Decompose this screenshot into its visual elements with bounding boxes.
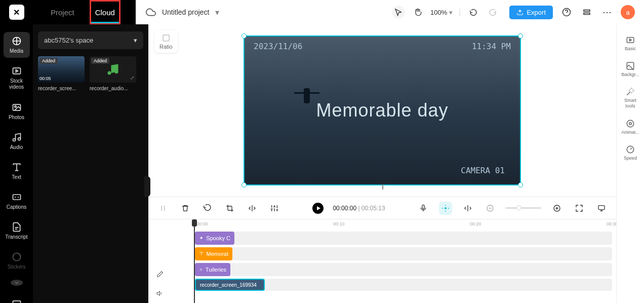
clip-memorable[interactable]: Memorat — [195, 247, 232, 260]
clip-tuileries[interactable]: Tuileries — [195, 263, 230, 276]
ruler-mark: 00:30 — [607, 221, 616, 226]
ruler-mark: 00:00 — [196, 221, 208, 226]
svg-point-16 — [445, 207, 447, 209]
ruler-mark: 00:10 — [333, 221, 345, 226]
music-icon — [106, 62, 120, 77]
export-button[interactable]: Export — [509, 6, 553, 19]
track-row[interactable]: Memorat — [195, 247, 612, 260]
play-button[interactable] — [312, 203, 324, 214]
video-preview[interactable]: 2023/11/06 11:34 PM Memorable day CAMERA… — [244, 35, 521, 185]
pointer-tool-icon[interactable] — [392, 6, 405, 19]
resize-handle[interactable] — [242, 182, 247, 187]
user-avatar[interactable]: a — [621, 5, 635, 19]
clip-spooky[interactable]: Spooky C — [195, 232, 234, 245]
right-background[interactable]: Backgr... — [619, 57, 641, 81]
tab-project[interactable]: Project — [51, 0, 74, 24]
expand-icon[interactable]: ⤢ — [130, 75, 134, 81]
rail-keyboard[interactable] — [4, 294, 30, 303]
rail-captions[interactable]: Captions — [4, 188, 30, 214]
media-item-video[interactable]: Added 00:05 recorder_scree... — [38, 56, 85, 91]
mirror-icon[interactable] — [246, 202, 259, 215]
fullscreen-icon[interactable] — [573, 202, 586, 215]
rail-stock-videos[interactable]: Stock videos — [4, 62, 30, 94]
media-name: recorder_scree... — [38, 86, 85, 91]
more-icon[interactable]: ⋯ — [600, 6, 614, 19]
zoom-level[interactable]: 100% ▾ — [430, 9, 453, 16]
rail-stickers[interactable]: Stickers — [4, 248, 30, 274]
preview-playhead — [382, 184, 383, 190]
added-badge: Added — [91, 58, 109, 64]
duration-label: 00:05 — [39, 76, 51, 81]
resize-handle[interactable] — [518, 182, 523, 187]
mic-icon[interactable] — [417, 202, 430, 215]
adjust-icon[interactable] — [268, 202, 281, 215]
resize-handle[interactable] — [518, 33, 523, 39]
chevron-down-icon: ▾ — [134, 36, 137, 44]
svg-rect-9 — [13, 195, 20, 200]
svg-rect-1 — [584, 10, 590, 12]
track-row[interactable]: Tuileries — [195, 263, 612, 276]
project-dropdown-icon[interactable]: ▾ — [215, 8, 219, 17]
space-dropdown[interactable]: abc5752's space ▾ — [38, 31, 143, 49]
svg-point-6 — [14, 106, 16, 107]
tab-cloud[interactable]: Cloud — [90, 0, 120, 24]
svg-point-12 — [108, 71, 111, 75]
rotate-icon[interactable] — [201, 202, 214, 215]
svg-point-24 — [629, 122, 632, 125]
clip-video[interactable]: recorder_screen_169934 — [195, 279, 265, 291]
media-item-audio[interactable]: Added ⤢ recorder_audio... — [90, 56, 136, 91]
zoom-out-icon[interactable] — [484, 202, 497, 215]
svg-point-8 — [18, 138, 20, 140]
rail-media[interactable]: Media — [4, 32, 30, 58]
track-row[interactable]: Spooky C — [195, 232, 612, 245]
rail-collapse-icon[interactable] — [11, 280, 23, 286]
right-animation[interactable]: Animat... — [619, 115, 641, 139]
rail-photos[interactable]: Photos — [4, 98, 30, 124]
rail-transcript[interactable]: Transcript — [4, 218, 30, 244]
cloud-icon — [146, 7, 156, 17]
project-title[interactable]: Untitled project — [162, 8, 209, 16]
timeline[interactable]: 00:00 00:10 00:20 00:30 Spooky C Memorat… — [148, 219, 616, 303]
rail-text[interactable]: Text — [4, 158, 30, 184]
crop-icon[interactable] — [223, 202, 236, 215]
svg-point-20 — [200, 269, 202, 271]
hand-tool-icon[interactable] — [411, 6, 424, 19]
svg-rect-15 — [422, 205, 424, 209]
preview-silhouette — [294, 88, 319, 124]
ruler-mark: 00:20 — [470, 221, 481, 226]
media-name: recorder_audio... — [90, 86, 136, 91]
split-icon[interactable] — [156, 202, 170, 215]
ratio-button[interactable]: Ratio — [154, 30, 178, 53]
undo-icon[interactable] — [467, 6, 480, 19]
resize-handle[interactable] — [242, 33, 247, 39]
playhead[interactable] — [194, 220, 195, 303]
layers-icon[interactable] — [580, 6, 593, 19]
svg-point-7 — [13, 139, 15, 141]
svg-rect-19 — [598, 205, 605, 209]
right-speed[interactable]: Speed — [619, 141, 641, 165]
auto-caption-icon[interactable] — [439, 202, 452, 215]
svg-rect-11 — [13, 301, 20, 303]
right-basic[interactable]: Basic — [619, 31, 641, 55]
app-logo[interactable]: ✕ — [9, 5, 24, 20]
overlay-camera: CAMERA 01 — [461, 166, 505, 175]
track-edit-icon[interactable] — [153, 268, 167, 281]
time-display: 00:00:00 | 00:05:13 — [333, 205, 385, 212]
split-view-icon[interactable] — [461, 202, 474, 215]
track-row[interactable]: recorder_screen_169934 — [195, 279, 612, 291]
help-icon[interactable] — [560, 6, 573, 19]
svg-point-23 — [627, 120, 634, 127]
track-mute-icon[interactable] — [153, 287, 167, 300]
display-icon[interactable] — [595, 202, 608, 215]
delete-icon[interactable] — [179, 202, 192, 215]
right-smart-tools[interactable]: Smart tools — [619, 83, 641, 113]
svg-rect-21 — [627, 37, 634, 43]
overlay-title: Memorable day — [316, 100, 448, 121]
svg-rect-4 — [13, 68, 20, 74]
zoom-slider[interactable] — [506, 207, 541, 209]
svg-rect-2 — [584, 13, 590, 15]
rail-audio[interactable]: Audio — [4, 128, 30, 154]
overlay-date: 2023/11/06 — [254, 42, 302, 51]
zoom-in-icon[interactable] — [550, 202, 564, 215]
redo-icon[interactable] — [486, 6, 499, 19]
